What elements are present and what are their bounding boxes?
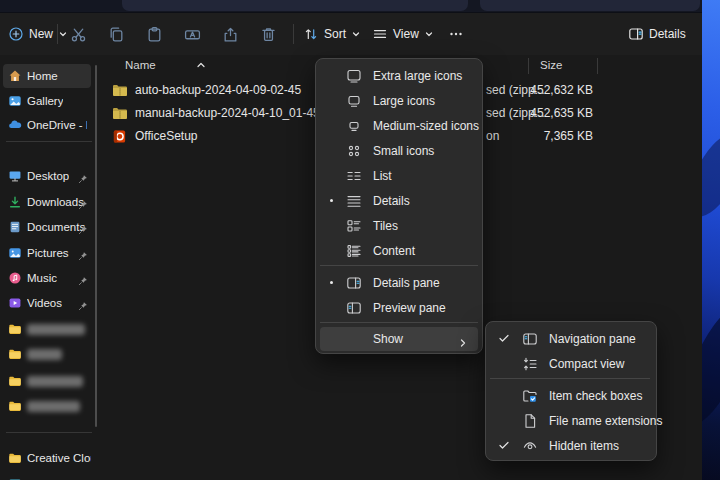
chevron-down-icon [351,29,361,39]
item-checkboxes-icon [522,388,538,404]
folder-icon [8,399,22,413]
paste-button[interactable] [146,20,163,48]
view-lines-icon [372,26,388,42]
sidebar-item-label: Gallery [27,95,63,107]
menu-item-extra-large-icons[interactable]: Extra large icons [320,63,478,88]
menu-item-details-pane[interactable]: Details pane [320,270,478,295]
content-icon [346,243,362,259]
sidebar-item-this-pc-partial[interactable] [3,472,91,480]
sidebar-item-redacted[interactable] [3,317,91,341]
menu-item-content[interactable]: Content [320,238,478,263]
downloads-icon [8,195,22,209]
submenu-item-item-check-boxes[interactable]: Item check boxes [490,383,650,408]
sidebar-item-creative-cloud[interactable]: Creative Cloud F [3,446,91,470]
column-divider[interactable] [597,58,598,74]
pin-icon [78,221,88,239]
sidebar-item-desktop[interactable]: Desktop [3,164,91,188]
column-header-size[interactable]: Size [540,59,562,71]
menu-separator [490,378,650,379]
details-toggle-button[interactable]: Details [628,20,686,48]
videos-icon [8,296,22,310]
sidebar-item-documents[interactable]: Documents [3,215,91,239]
sidebar-scrollbar[interactable] [95,65,97,427]
trash-icon [260,26,277,43]
sidebar-item-videos[interactable]: Videos [3,291,91,315]
column-header-name[interactable]: Name [125,59,156,71]
view-button[interactable]: View [372,20,434,48]
rename-button[interactable] [184,20,201,48]
menu-item-show[interactable]: Show [320,327,478,351]
redacted-label [27,401,80,412]
address-bar-strip [0,0,702,13]
home-icon [8,69,22,83]
sidebar-item-pictures[interactable]: Pictures [3,241,91,265]
delete-button[interactable] [260,20,277,48]
copy-icon [108,26,125,43]
medium-icons-icon [346,118,362,134]
sort-button[interactable]: Sort [303,20,361,48]
submenu-item-hidden-items[interactable]: Hidden items [490,433,650,458]
menu-separator [320,265,478,266]
menu-item-preview-pane[interactable]: Preview pane [320,295,478,320]
file-size: 452,635 KB [483,106,593,120]
sidebar-item-label: Documents [27,221,85,233]
compact-view-icon [522,356,538,372]
submenu-item-file-name-extensions[interactable]: File name extensions [490,408,650,433]
file-size: 452,632 KB [483,83,593,97]
sidebar-item-home[interactable]: Home [3,64,91,88]
sidebar-item-redacted[interactable] [3,342,91,366]
file-extensions-icon [522,413,538,429]
desktop-icon [8,169,22,183]
see-more-button[interactable] [448,20,464,48]
sidebar-item-gallery[interactable]: Gallery [3,89,91,113]
explorer-window-body: New [0,0,702,480]
address-bar[interactable] [122,0,468,11]
redacted-label [27,324,85,335]
onedrive-cloud-icon [8,118,22,132]
menu-item-details[interactable]: Details [320,188,478,213]
zipped-folder-icon [112,106,128,120]
command-bar: New [0,13,702,55]
new-button[interactable]: New [8,20,68,48]
sidebar-item-redacted[interactable] [3,369,91,393]
sidebar-item-downloads[interactable]: Downloads [3,190,91,214]
submenu-item-navigation-pane[interactable]: Navigation pane [490,326,650,351]
menu-item-medium-icons[interactable]: Medium-sized icons [320,113,478,138]
sort-ascending-caret-icon [196,55,206,73]
menu-item-list[interactable]: List [320,163,478,188]
sidebar-item-label: Pictures [27,247,69,259]
cut-button[interactable] [70,20,87,48]
details-pane-icon [628,26,644,42]
pin-icon [78,297,88,315]
redacted-label [27,376,83,387]
sort-button-label: Sort [324,27,346,41]
folder-icon [8,322,22,336]
chevron-down-icon [424,29,434,39]
copy-button[interactable] [108,20,125,48]
share-icon [222,26,239,43]
share-button[interactable] [222,20,239,48]
view-button-label: View [393,27,419,41]
sidebar-item-label: Downloads [27,196,84,208]
preview-pane-icon [346,300,362,316]
sidebar-item-label: Desktop [27,170,69,182]
sort-arrows-icon [303,26,319,42]
search-box[interactable] [480,0,700,11]
sidebar-item-music[interactable]: Music [3,266,91,290]
sidebar-item-onedrive[interactable]: OneDrive - Pers [3,113,91,137]
navigation-pane-icon [522,331,538,347]
menu-item-small-icons[interactable]: Small icons [320,138,478,163]
menu-item-large-icons[interactable]: Large icons [320,88,478,113]
details-view-icon [346,193,362,209]
sidebar-item-label: Videos [27,297,62,309]
submenu-item-compact-view[interactable]: Compact view [490,351,650,376]
sidebar-divider [6,141,92,142]
file-name: OfficeSetup [135,129,197,143]
details-toggle-label: Details [649,27,686,41]
cut-icon [70,26,87,43]
sidebar-item-redacted[interactable] [3,394,91,418]
column-divider[interactable] [528,58,529,74]
gallery-icon [8,94,22,108]
menu-item-tiles[interactable]: Tiles [320,213,478,238]
plus-circle-icon [8,26,24,42]
